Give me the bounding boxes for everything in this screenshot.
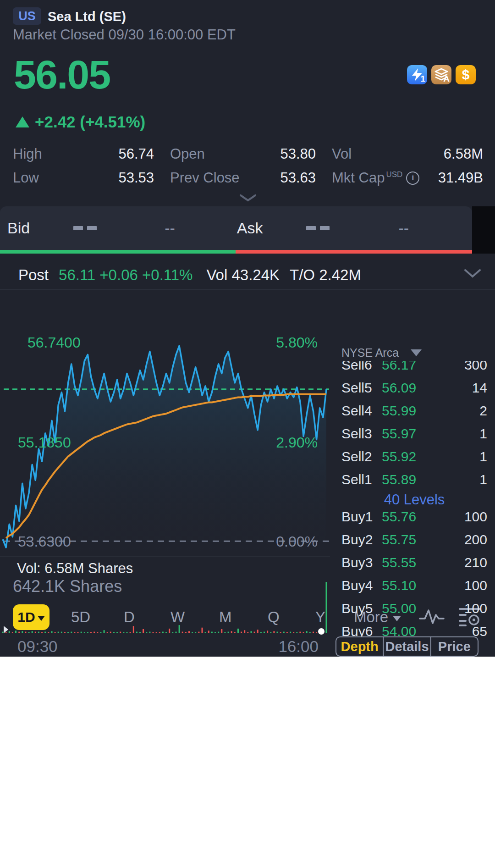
level-label: Buy3 <box>341 555 382 570</box>
post-turnover: T/O 2.42M <box>290 266 361 284</box>
price-change-text: +2.42 (+4.51%) <box>35 113 145 131</box>
stat-value: 53.53 <box>118 170 154 186</box>
stat-label: Open <box>170 146 205 162</box>
price-change: +2.42 (+4.51%) <box>16 113 145 131</box>
level-quantity: 100 <box>464 509 487 525</box>
orderbook-row-buy5[interactable]: Buy555.00100 <box>341 601 487 616</box>
level-quantity: 100 <box>464 578 487 593</box>
post-quote: 56.11 +0.06 +0.11% <box>59 266 192 284</box>
post-expand-chevron-icon[interactable] <box>464 269 481 279</box>
time-close: 16:00 <box>278 637 319 656</box>
flash-order-icon[interactable]: 1 <box>407 65 427 84</box>
orderbook-tab-details[interactable]: Details <box>383 637 430 656</box>
chevron-down-icon <box>411 349 422 356</box>
levels-link[interactable]: 40 Levels <box>341 492 487 508</box>
volume-chart[interactable] <box>0 575 330 635</box>
stat-open: Open53.80 <box>170 142 316 166</box>
level-price: 55.00 <box>382 601 416 616</box>
orderbook-row-sell5[interactable]: Sell556.0914 <box>341 380 487 396</box>
currency-icon[interactable]: $ <box>456 65 476 84</box>
stat-low: Low53.53 <box>13 166 154 190</box>
level2-depth-icon[interactable]: A <box>431 65 451 84</box>
currency-sup: USD <box>386 171 402 178</box>
ask-strength-bar <box>236 250 472 254</box>
info-icon[interactable]: i <box>406 171 419 185</box>
orderbook-tab-depth[interactable]: Depth <box>336 637 383 656</box>
quote-stats-grid: High56.74Open53.80Vol6.58MLow53.53Prev C… <box>13 142 483 191</box>
level-price: 55.55 <box>382 555 416 570</box>
flash-badge-number: 1 <box>420 74 425 84</box>
orderbook-tab-price[interactable]: Price <box>430 637 478 656</box>
market-flag-badge: US <box>13 7 41 25</box>
chart-high-pct: 5.80% <box>276 337 318 351</box>
level-label: Buy5 <box>341 601 382 616</box>
level-price: 55.92 <box>382 449 416 464</box>
chart-prevclose-label: 53.6300 <box>18 533 71 550</box>
level-quantity: 1 <box>479 472 487 487</box>
level-price: 56.17 <box>382 361 416 373</box>
level-label: Sell1 <box>341 472 382 487</box>
last-price: 56.05 <box>14 51 110 98</box>
stat-label: High <box>13 146 42 162</box>
stat-vol: Vol6.58M <box>332 142 483 166</box>
level-price: 56.09 <box>382 380 416 396</box>
chart-mid-pct: 2.90% <box>276 434 318 451</box>
level-label: Sell5 <box>341 380 382 396</box>
divider <box>0 556 330 557</box>
orderbook-row-sell4[interactable]: Sell455.992 <box>341 403 487 419</box>
stat-value: 6.58M <box>444 146 483 162</box>
stat-prev-close: Prev Close53.63 <box>170 166 316 190</box>
orderbook-row-sell1[interactable]: Sell155.891 <box>341 472 487 487</box>
chart-high-label: 56.7400 <box>28 337 81 351</box>
dollar-glyph: $ <box>462 67 470 83</box>
post-market-row[interactable]: Post 56.11 +0.06 +0.11% Vol 43.24K T/O 2… <box>18 264 477 287</box>
stat-label: Mkt CapUSD <box>332 170 402 186</box>
orderbook-row-buy1[interactable]: Buy155.76100 <box>341 509 487 525</box>
level-quantity: 100 <box>464 601 487 616</box>
orderbook-venue-selector[interactable]: NYSE Arca <box>341 345 488 360</box>
orderbook-rows: Sell656.17300Sell556.0914Sell455.992Sell… <box>341 361 487 637</box>
venue-label: NYSE Arca <box>341 346 399 359</box>
level-label: Buy1 <box>341 509 382 525</box>
level-label: Buy4 <box>341 578 382 593</box>
level-label: Sell4 <box>341 403 382 419</box>
stat-label: Low <box>13 170 39 186</box>
orderbook-row-buy2[interactable]: Buy255.75200 <box>341 532 487 547</box>
level-quantity: 300 <box>464 361 487 373</box>
orderbook-row-sell2[interactable]: Sell255.921 <box>341 449 487 464</box>
intraday-price-chart[interactable]: 56.7400 5.80% 55.1850 2.90% 53.6300 0.00… <box>0 337 330 553</box>
volume-chart-svg <box>0 575 330 635</box>
stat-high: High56.74 <box>13 142 154 166</box>
bid-ask-bar: Bid -- Ask -- <box>0 206 472 250</box>
level-quantity: 1 <box>479 426 487 442</box>
level-quantity: 210 <box>464 555 487 570</box>
stat-label: Vol <box>332 146 352 162</box>
level-label: Sell2 <box>341 449 382 464</box>
promo-footer: TIGER BROKERS Scan the QR code to partic… <box>0 657 495 868</box>
level-quantity: 65 <box>472 624 487 637</box>
level-label: Sell6 <box>341 361 382 373</box>
level-label: Buy6 <box>341 624 382 637</box>
collapse-chevron-icon[interactable] <box>240 194 256 202</box>
level-quantity: 200 <box>464 532 487 547</box>
orderbook-row-buy3[interactable]: Buy355.55210 <box>341 555 487 570</box>
stat-value: 53.80 <box>280 146 316 162</box>
orderbook-row-buy4[interactable]: Buy455.10100 <box>341 578 487 593</box>
scrub-left-marker <box>4 626 8 633</box>
orderbook-row-buy6[interactable]: Buy654.0065 <box>341 624 487 637</box>
post-label: Post <box>18 266 49 284</box>
orderbook-row-sell3[interactable]: Sell355.971 <box>341 426 487 442</box>
stat-label: Prev Close <box>170 170 240 186</box>
level-price: 55.76 <box>382 509 416 525</box>
orderbook-row-sell6[interactable]: Sell656.17300 <box>341 361 487 373</box>
session-volume-label: Vol: 6.58M Shares <box>17 560 133 577</box>
bid-label: Bid <box>7 219 30 237</box>
orderbook-view-tabs: DepthDetailsPrice <box>336 636 478 657</box>
bid-size: -- <box>165 219 175 237</box>
market-status: Market Closed 09/30 16:00:00 EDT <box>13 27 236 43</box>
time-open: 09:30 <box>17 637 58 656</box>
stat-value: 56.74 <box>118 146 154 162</box>
level-quantity: 14 <box>472 380 487 396</box>
level-price: 55.97 <box>382 426 416 442</box>
stat-mkt-cap: Mkt CapUSDi31.49B <box>332 166 483 190</box>
